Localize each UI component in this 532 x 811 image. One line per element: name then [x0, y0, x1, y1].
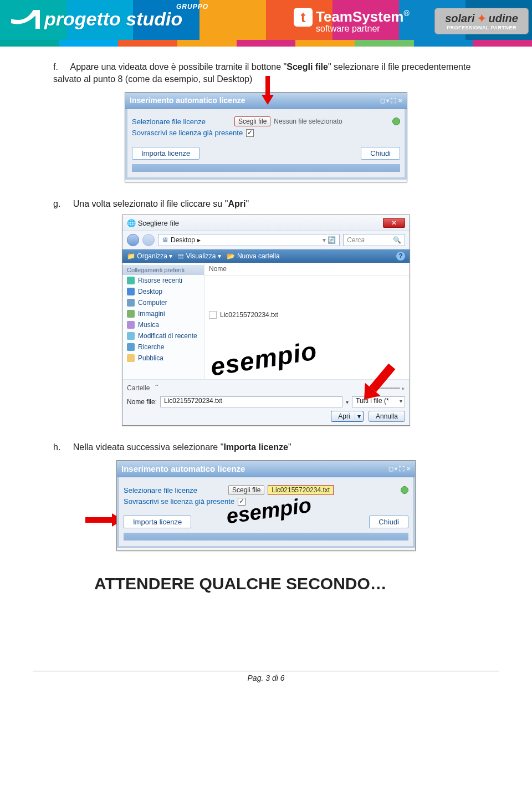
breadcrumb[interactable]: 🖥 Desktop ▸ ▾ 🔄 [158, 234, 340, 246]
no-file-label: Nessun file selezionato [274, 118, 342, 125]
label-selezionare-file[interactable]: Selezionare file licenze [124, 486, 197, 494]
sidebar-header: Collegamenti preferiti [122, 265, 204, 275]
dialog-file-list: Nome Lic02155720234.txt esempio [204, 263, 410, 379]
file-dialog: 🌐 Scegliere file ✕ 🖥 Desktop ▸ ▾ 🔄 Cerca… [122, 215, 410, 426]
sidebar-item-computer[interactable]: Computer [122, 297, 204, 308]
solari-badge: solari ✦ udine PROFESSIONAL PARTNER [434, 8, 529, 34]
visualizza-menu[interactable]: 𝍖 Visualizza ▾ [178, 252, 221, 260]
sidebar-item-ricerche[interactable]: Ricerche [122, 341, 204, 353]
selected-file-name: Lic02155720234.txt [268, 485, 334, 495]
nome-file-label: Nome file: [127, 398, 157, 406]
sidebar-item-pubblica[interactable]: Pubblica [122, 353, 204, 364]
apri-button[interactable]: Apri▾ [331, 411, 363, 422]
sidebar-item-musica[interactable]: Musica [122, 319, 204, 330]
page-footer: Pag. 3 di 6 [33, 671, 499, 682]
brand-progetto-studio: progetto studio [11, 7, 182, 31]
dialog-toolbar: 📁 Organizza ▾ 𝍖 Visualizza ▾ 📂 Nuova car… [122, 249, 410, 263]
nuova-cartella-button[interactable]: 📂 Nuova cartella [227, 252, 280, 260]
panel-inserimento-1: Inserimento automatico licenze ▢ ▾ ⛶ ✕ S… [125, 92, 407, 182]
chiudi-button[interactable]: Chiudi [361, 147, 400, 160]
nav-back-button[interactable] [127, 234, 139, 246]
importa-licenze-button[interactable]: Importa licenze [124, 516, 191, 528]
label-sovrascrivi[interactable]: Sovrascrivi se licenza già presente [132, 129, 243, 137]
scegli-file-button[interactable]: Scegli file [234, 116, 270, 126]
esempio-overlay: esempio [208, 335, 319, 382]
status-green-icon [392, 118, 400, 125]
column-header-nome[interactable]: Nome [204, 263, 410, 276]
sidebar-item-desktop[interactable]: Desktop [122, 286, 204, 297]
paragraph-h: h. Nella videata successiva selezionare … [33, 441, 499, 453]
importa-licenze-button[interactable]: Importa licenze [132, 147, 200, 160]
teamsystem-icon: t [294, 8, 313, 27]
panel-title: Inserimento automatico licenze [130, 96, 245, 105]
paragraph-g: g. Una volta selezionato il file cliccar… [33, 198, 499, 210]
header-banner: GRUPPO progetto studio t TeamSystem® sof… [0, 0, 532, 47]
organizza-menu[interactable]: 📁 Organizza ▾ [127, 252, 172, 260]
overwrite-checkbox[interactable] [246, 129, 254, 137]
dialog-title: Scegliere file [138, 219, 179, 227]
nome-file-input[interactable]: Lic02155720234.txt [160, 396, 342, 407]
red-arrow-down-icon [264, 76, 272, 104]
attendere-heading: ATTENDERE QUALCHE SECONDO… [94, 574, 499, 593]
teamsystem-block: t TeamSystem® software partner [294, 6, 410, 33]
label-selezionare-file[interactable]: Selezionare file licenze [132, 118, 206, 126]
cartelle-toggle[interactable]: Cartelle ˆ [127, 384, 157, 392]
sidebar-item-modificati[interactable]: Modificati di recente [122, 330, 204, 341]
label-sovrascrivi[interactable]: Sovrascrivi se licenza già presente [124, 497, 234, 506]
help-icon[interactable]: ? [396, 252, 405, 261]
panel-title: Inserimento automatico licenze [121, 464, 245, 473]
search-input[interactable]: Cerca🔍 [343, 234, 405, 246]
annulla-button[interactable]: Annulla [369, 411, 405, 422]
chiudi-button[interactable]: Chiudi [369, 516, 408, 528]
dialog-sidebar: Collegamenti preferiti Risorse recenti D… [122, 263, 204, 379]
status-green-icon [401, 486, 408, 494]
scegli-file-button[interactable]: Scegli file [228, 485, 264, 495]
window-buttons[interactable]: ▢ ▾ ⛶ ✕ [380, 98, 402, 104]
sidebar-item-risorse[interactable]: Risorse recenti [122, 275, 204, 286]
dialog-close-button[interactable]: ✕ [383, 218, 405, 228]
nav-forward-button[interactable] [142, 234, 155, 246]
window-buttons[interactable]: ▢ ▾ ⛶ ✕ [388, 466, 411, 472]
sidebar-item-immagini[interactable]: Immagini [122, 308, 204, 319]
file-filter-dropdown[interactable]: Tutti i file (* [352, 396, 405, 407]
file-row[interactable]: Lic02155720234.txt [204, 309, 410, 321]
